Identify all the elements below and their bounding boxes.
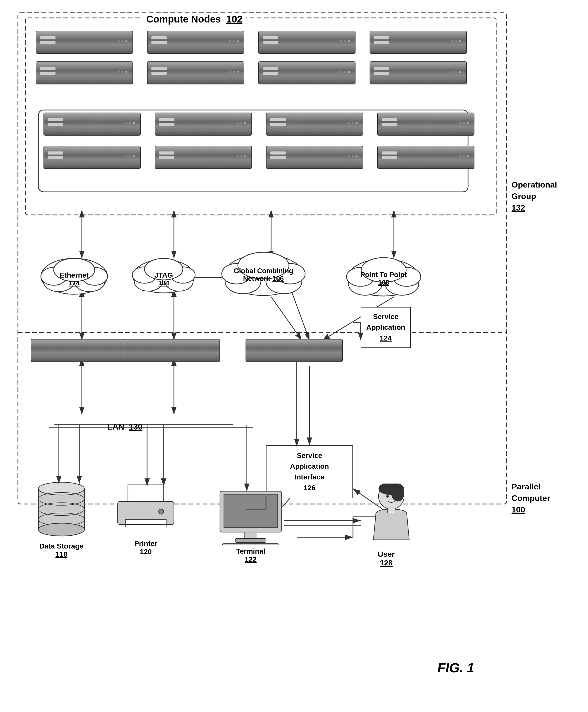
sn-to-sai-arrow [289,362,304,449]
svg-text:104: 104 [158,279,169,287]
parallel-computer-label: ParallelComputer100 [511,481,550,515]
server-row-2 [36,61,467,84]
server-rack-1-3 [258,31,356,54]
server-rack-3-3 [266,112,363,135]
svg-text:108: 108 [378,279,389,286]
sa-arrow [343,307,373,353]
server-rack-2-4 [370,61,467,84]
svg-rect-75 [125,524,166,527]
fig-label: FIG. 1 [437,660,474,675]
svg-rect-89 [387,508,395,513]
service-node-116-server: Service Node116 [246,339,294,358]
server-rack-3-4 [377,112,475,135]
sai-to-terminal-line [266,461,317,512]
svg-text:Global Combining: Global Combining [234,267,293,275]
jtag-cloud: JTAG 104 [130,256,197,298]
svg-rect-80 [235,539,266,542]
server-rack-2-3 [258,61,356,84]
svg-rect-74 [125,522,166,524]
server-rack-3-1 [43,112,141,135]
svg-point-88 [394,495,396,498]
server-row-3 [43,112,475,135]
lan-printer-arrow [143,425,151,489]
svg-text:JTAG: JTAG [154,271,173,279]
svg-point-76 [159,509,164,514]
operational-group-label: OperationalGroup132 [511,179,557,213]
svg-line-12 [271,297,302,340]
printer-icon: Printer120 [112,484,179,556]
io-node-110-server: I/O Node110 [31,339,62,358]
svg-text:Ethernet: Ethernet [60,271,89,279]
lan-line [48,422,253,432]
data-storage-icon: Data Storage118 [36,478,87,559]
server-rack-3-2 [155,112,252,135]
ptp-cloud: Point To Point 108 [345,256,422,300]
server-rack-1-2 [147,31,244,54]
svg-text:Network 106: Network 106 [243,275,284,282]
terminal-user-arrows [284,512,373,537]
svg-rect-73 [125,519,166,522]
svg-text:Point To Point: Point To Point [361,271,407,279]
gcn-cloud: Global Combining Network 106 [220,251,307,300]
svg-point-87 [386,495,389,498]
diagram-container: Compute Nodes 102 OperationalGroup132 [15,10,573,701]
svg-point-86 [391,486,404,501]
svg-point-70 [38,523,84,536]
compute-nodes-label: Compute Nodes 102 [143,14,246,25]
server-rack-4-3 [266,146,363,169]
svg-text:174: 174 [68,279,80,287]
lan-storage-arrow [55,425,63,486]
server-rack-2-2 [147,61,244,84]
server-rack-4-1 [43,146,141,169]
lan-terminal-arrow [243,425,251,494]
server-row-4 [43,146,475,169]
io-node-114-server: I/O Node114 [123,339,154,358]
svg-rect-79 [244,532,257,539]
ethernet-cloud: Ethernet 174 [38,256,110,298]
server-rack-4-4 [377,146,475,169]
svg-rect-81 [223,544,279,545]
server-rack-1-4 [370,31,467,54]
server-rack-4-2 [155,146,252,169]
server-row-1 [36,31,467,54]
server-rack-2-1 [36,61,133,84]
server-rack-1-1 [36,31,133,54]
